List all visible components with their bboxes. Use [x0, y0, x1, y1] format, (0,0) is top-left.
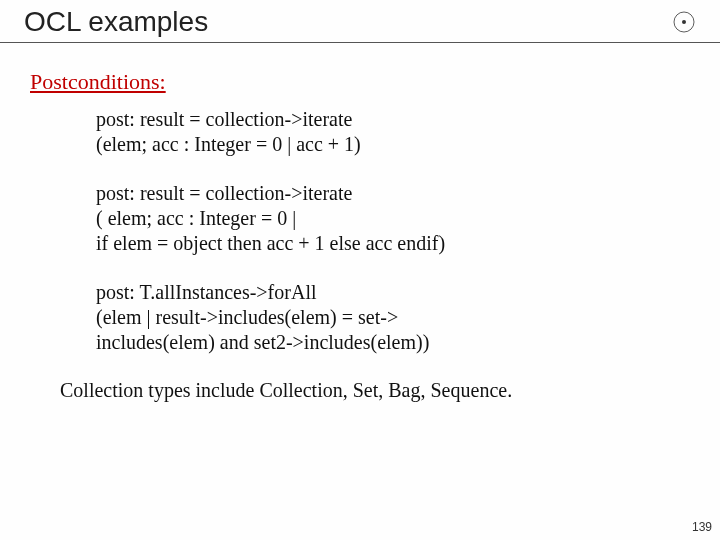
- code-block-2: post: result = collection->iterate ( ele…: [96, 181, 690, 256]
- code-line: post: T.allInstances->forAll: [96, 280, 690, 305]
- code-line: (elem; acc : Integer = 0 | acc + 1): [96, 132, 690, 157]
- code-line: if elem = object then acc + 1 else acc e…: [96, 231, 690, 256]
- code-block-3: post: T.allInstances->forAll (elem | res…: [96, 280, 690, 355]
- chair-logo-icon: [672, 10, 696, 34]
- title-bar: OCL examples: [0, 0, 720, 43]
- svg-point-1: [682, 20, 686, 24]
- code-line: ( elem; acc : Integer = 0 |: [96, 206, 690, 231]
- code-line: post: result = collection->iterate: [96, 107, 690, 132]
- slide-title: OCL examples: [24, 6, 208, 38]
- slide-body: Postconditions: post: result = collectio…: [0, 43, 720, 402]
- slide: OCL examples Postconditions: post: resul…: [0, 0, 720, 540]
- code-line: (elem | result->includes(elem) = set->: [96, 305, 690, 330]
- code-block-1: post: result = collection->iterate (elem…: [96, 107, 690, 157]
- footer-sentence: Collection types include Collection, Set…: [36, 379, 690, 402]
- page-number: 139: [692, 520, 712, 534]
- code-line: post: result = collection->iterate: [96, 181, 690, 206]
- section-heading: Postconditions:: [30, 69, 690, 95]
- code-line: includes(elem) and set2->includes(elem)): [96, 330, 690, 355]
